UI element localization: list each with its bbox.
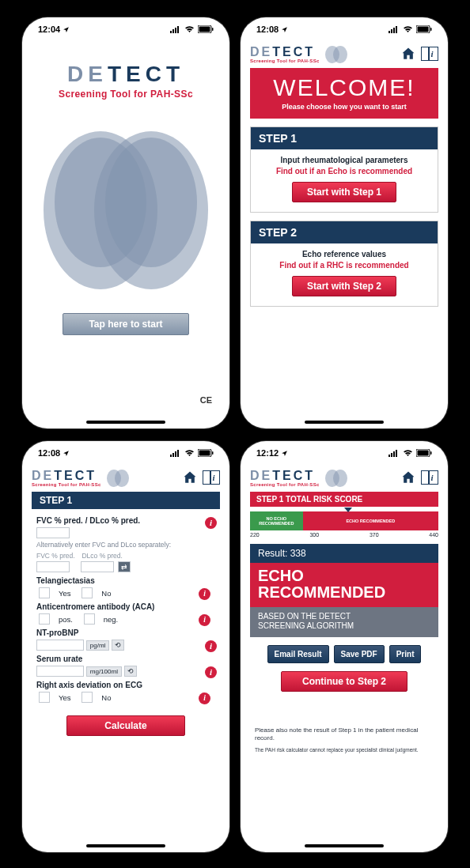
swap-icon[interactable]: ⇄: [118, 561, 131, 572]
home-icon[interactable]: [182, 470, 198, 485]
step1-desc: Input rheumatological parameters: [259, 156, 430, 164]
info-icon[interactable]: i: [421, 470, 438, 485]
risk-scale: NO ECHO RECOMMENDED ECHO RECOMMENDED 220…: [250, 511, 438, 538]
telangiectasias-label: Telangiectasias: [36, 576, 95, 585]
header: DETECT Screening Tool for PAH-SSc i: [241, 41, 448, 68]
email-button[interactable]: Email Result: [267, 645, 329, 663]
continue-button[interactable]: Continue to Step 2: [281, 671, 407, 692]
svg-rect-6: [212, 28, 214, 31]
tick: 300: [309, 532, 319, 538]
fvc-label: FVC % pred.: [36, 552, 75, 560]
svg-rect-5: [199, 27, 210, 32]
ntprobnp-label: NT-proBNP: [36, 628, 78, 637]
signal-icon: [170, 25, 181, 33]
alt-label: Alternatively enter FVC and DLco separat…: [36, 541, 217, 549]
svg-rect-34: [418, 451, 429, 456]
clock: 12:12: [256, 448, 279, 458]
info-icon[interactable]: i: [199, 614, 210, 626]
clock: 12:08: [38, 448, 60, 458]
phone-welcome: 12:08 DETECT Screening Tool for PAH-SSc …: [241, 17, 448, 428]
svg-rect-21: [172, 453, 174, 457]
tick: 220: [250, 532, 260, 538]
home-indicator: [305, 421, 384, 424]
urate-input[interactable]: [36, 666, 84, 677]
lungs-icon: [106, 468, 130, 487]
aca-pos-input[interactable]: [39, 613, 50, 625]
footnote: Please also note the result of Step 1 in…: [255, 726, 434, 742]
svg-rect-20: [170, 455, 172, 457]
tel-no-input[interactable]: [81, 587, 93, 598]
svg-rect-30: [391, 453, 392, 457]
ecg-yes-input[interactable]: [39, 692, 50, 703]
home-icon[interactable]: [400, 470, 416, 485]
clock: 12:04: [38, 25, 60, 34]
dlco-input[interactable]: [81, 561, 114, 572]
start-button[interactable]: Tap here to start: [63, 313, 189, 335]
dlco-label: DLco % pred.: [81, 552, 123, 560]
svg-rect-32: [396, 450, 397, 457]
svg-point-10: [105, 138, 197, 267]
ecg-label: Right axis deviation on ECG: [36, 681, 142, 689]
fvc-input[interactable]: [36, 561, 70, 572]
aca-label: Anticentromere antibody (ACA): [36, 602, 154, 611]
welcome-title: WELCOME!: [255, 74, 434, 101]
home-indicator: [86, 421, 165, 424]
svg-rect-23: [177, 450, 179, 457]
home-icon[interactable]: [400, 46, 416, 62]
svg-rect-35: [430, 451, 432, 455]
tel-yes-input[interactable]: [39, 587, 50, 598]
print-button[interactable]: Print: [389, 645, 422, 663]
info-icon[interactable]: i: [205, 517, 217, 529]
phone-form: 12:08 DETECT Screening Tool for PAH-SSc …: [22, 441, 229, 852]
svg-rect-31: [393, 451, 395, 457]
info-icon[interactable]: i: [203, 470, 220, 485]
step1-hint: Find out if an Echo is recommended: [259, 167, 430, 175]
location-icon: [281, 26, 288, 33]
signal-icon: [389, 449, 400, 457]
svg-rect-26: [212, 451, 214, 455]
info-icon[interactable]: i: [199, 693, 210, 704]
svg-point-28: [115, 470, 129, 487]
scale-red: ECHO RECOMMENDED: [303, 511, 438, 530]
calculate-button[interactable]: Calculate: [66, 715, 185, 736]
step1-card: STEP 1 Input rheumatological parameters …: [250, 126, 438, 213]
swap-icon[interactable]: ⟲: [112, 640, 124, 651]
info-icon[interactable]: i: [205, 666, 217, 678]
info-icon[interactable]: i: [205, 640, 217, 652]
header: DETECT Screening Tool for PAH-SSc i: [22, 465, 229, 492]
lungs-icon: [324, 44, 348, 63]
fvc-dlco-input[interactable]: [36, 527, 70, 538]
signal-icon: [389, 25, 400, 33]
welcome-sub: Please choose how you want to start: [255, 103, 434, 111]
fvc-dlco-label: FVC % pred. / DLco % pred.: [36, 516, 140, 525]
swap-icon[interactable]: ⟲: [124, 666, 137, 677]
clock: 12:08: [256, 25, 279, 34]
step2-card: STEP 2 Echo reference values Find out if…: [250, 221, 438, 307]
step1-header: STEP 1: [32, 492, 220, 509]
svg-rect-3: [177, 26, 179, 33]
svg-rect-29: [389, 455, 390, 457]
status-right: [170, 25, 214, 33]
app-tagline: Screening Tool for PAH-SSc: [30, 89, 222, 100]
start-step2-button[interactable]: Start with Step 2: [292, 276, 396, 296]
ntprobnp-input[interactable]: [36, 640, 84, 651]
svg-rect-16: [418, 27, 429, 32]
status-bar: 12:08: [241, 17, 448, 41]
info-icon[interactable]: i: [199, 588, 210, 600]
location-icon: [281, 450, 288, 457]
status-bar: 12:12: [241, 441, 448, 465]
save-pdf-button[interactable]: Save PDF: [334, 645, 385, 663]
step2-head: STEP 2: [251, 221, 438, 243]
location-icon: [63, 26, 70, 33]
battery-icon: [198, 449, 214, 457]
scale-marker-icon: [344, 508, 352, 512]
header-logo: DETECT: [32, 469, 101, 483]
aca-neg-input[interactable]: [84, 613, 95, 625]
start-step1-button[interactable]: Start with Step 1: [292, 182, 396, 202]
welcome-banner: WELCOME! Please choose how you want to s…: [250, 68, 438, 119]
header-tagline: Screening Tool for PAH-SSc: [32, 482, 101, 487]
ecg-no-input[interactable]: [81, 692, 93, 703]
info-icon[interactable]: i: [421, 47, 438, 61]
result-box: ECHO RECOMMENDED: [250, 563, 438, 607]
battery-icon: [416, 449, 432, 457]
